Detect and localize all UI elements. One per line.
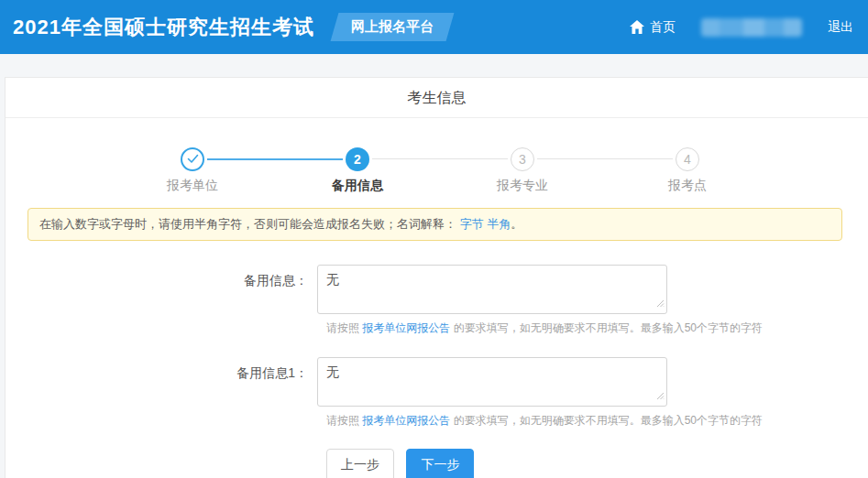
step-connector-1-2	[207, 158, 343, 160]
step-4-exam-site: 4 报考点	[605, 147, 770, 194]
step-2-circle: 2	[346, 147, 369, 171]
notice-suffix: 。	[511, 217, 522, 231]
step-1-circle	[181, 147, 204, 171]
page-title: 考生信息	[5, 78, 868, 118]
backup-info-1-help: 请按照 报考单位网报公告 的要求填写，如无明确要求不用填写。最多输入50个字节的…	[326, 413, 868, 429]
home-link[interactable]: 首页	[630, 19, 676, 36]
home-label: 首页	[650, 19, 676, 36]
halfwidth-notice: 在输入数字或字母时，请使用半角字符，否则可能会造成报名失败；名词解释： 字节 半…	[27, 208, 842, 241]
step-connector-3-4	[537, 158, 673, 159]
notice-text: 在输入数字或字母时，请使用半角字符，否则可能会造成报名失败；名词解释：	[39, 217, 456, 231]
form-actions: 上一步 下一步	[326, 449, 868, 478]
steps-wrapper: 报考单位 2 备用信息 3 报考专业 4 报考点	[5, 118, 868, 194]
check-icon	[187, 152, 199, 167]
step-4-circle: 4	[676, 147, 699, 171]
help-suffix: 的要求填写，如无明确要求不用填写。最多输入50个字节的字符	[450, 321, 763, 334]
help-suffix: 的要求填写，如无明确要求不用填写。最多输入50个字节的字符	[450, 414, 763, 427]
home-icon	[630, 20, 644, 34]
field-group-backup-info: 备用信息： 无 请按照 报考单位网报公告 的要求填写，如无明确要求不用填写。最多…	[5, 265, 868, 336]
byte-definition-link[interactable]: 字节	[460, 217, 484, 231]
logout-link[interactable]: 退出	[828, 19, 853, 36]
app-header: 2021年全国硕士研究生招生考试 网上报名平台 首页 退出	[0, 0, 868, 54]
backup-info-1-textarea[interactable]: 无	[317, 357, 667, 407]
backup-info-form: 备用信息： 无 请按照 报考单位网报公告 的要求填写，如无明确要求不用填写。最多…	[5, 265, 868, 478]
help-prefix: 请按照	[326, 321, 362, 334]
backup-info-1-label: 备用信息1：	[5, 357, 317, 407]
field-group-backup-info-1: 备用信息1： 无 请按照 报考单位网报公告 的要求填写，如无明确要求不用填写。最…	[5, 357, 868, 429]
app-title: 2021年全国硕士研究生招生考试	[13, 14, 314, 41]
backup-info-textarea[interactable]: 无	[317, 265, 667, 314]
platform-badge: 网上报名平台	[331, 13, 455, 41]
halfwidth-definition-link[interactable]: 半角	[487, 217, 511, 231]
help-prefix: 请按照	[326, 414, 362, 427]
step-connector-2-3	[372, 158, 508, 159]
step-2-label: 备用信息	[332, 178, 383, 194]
content-card: 考生信息 报考单位 2 备用信息	[5, 77, 868, 478]
backup-info-help: 请按照 报考单位网报公告 的要求填写，如无明确要求不用填写。最多输入50个字节的…	[326, 320, 868, 336]
unit-announcement-link[interactable]: 报考单位网报公告	[362, 414, 450, 427]
step-indicator: 报考单位 2 备用信息 3 报考专业 4 报考点	[110, 147, 770, 194]
step-2-backup-info: 2 备用信息	[275, 147, 440, 194]
previous-step-button[interactable]: 上一步	[326, 449, 394, 478]
step-3-circle: 3	[511, 147, 534, 171]
step-3-major: 3 报考专业	[440, 147, 605, 194]
header-nav: 首页 退出	[630, 18, 853, 37]
next-step-button[interactable]: 下一步	[406, 449, 474, 478]
step-4-label: 报考点	[668, 178, 707, 194]
backup-info-label: 备用信息：	[5, 265, 317, 314]
redacted-username	[701, 18, 802, 37]
backup-info-1-textarea-wrap: 无	[317, 357, 667, 407]
step-1-unit: 报考单位	[110, 147, 275, 194]
step-3-label: 报考专业	[497, 178, 548, 194]
backup-info-textarea-wrap: 无	[317, 265, 667, 314]
platform-badge-label: 网上报名平台	[351, 18, 434, 36]
step-1-label: 报考单位	[167, 178, 218, 194]
unit-announcement-link[interactable]: 报考单位网报公告	[362, 321, 450, 334]
